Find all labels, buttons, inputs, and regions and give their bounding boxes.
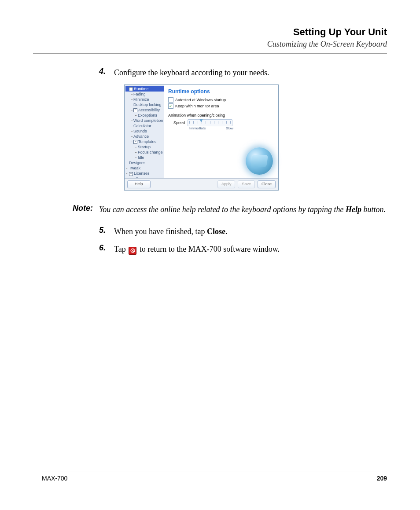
tree-item-exceptions[interactable]: Exceptions xyxy=(125,113,164,118)
tree-collapse-icon[interactable]: − xyxy=(129,87,133,91)
settings-dialog: −Runtime Fading Minimize Desktop locking… xyxy=(124,84,279,191)
tree-item-licenses[interactable]: −Licenses xyxy=(125,171,164,176)
slider-max-label: Slow xyxy=(226,126,233,130)
checkbox-icon[interactable]: ✓ xyxy=(168,103,173,109)
slider-min-label: Immediate xyxy=(189,126,206,130)
figure-container: −Runtime Fading Minimize Desktop locking… xyxy=(124,84,387,191)
step-4: 4. Configure the keyboard according to y… xyxy=(99,67,387,78)
tree-item-minimize[interactable]: Minimize xyxy=(125,97,164,102)
checkbox-label: Keep within monitor area xyxy=(175,104,219,108)
tree-item-accessibility[interactable]: −Accessibility xyxy=(125,107,164,113)
section-title: Customizing the On-Screen Keyboard xyxy=(33,40,387,49)
note-block: Note: You can access the online help rel… xyxy=(73,204,387,215)
tree-collapse-icon[interactable]: − xyxy=(129,172,133,176)
settings-panel: Runtime options Autostart at Windows sta… xyxy=(164,85,278,178)
dialog-footer: Help Apply Save Close xyxy=(125,178,278,190)
panel-title: Runtime options xyxy=(168,88,274,95)
tree-item-calculator[interactable]: Calculator xyxy=(125,123,164,128)
tree-item-designer[interactable]: Designer xyxy=(125,160,164,165)
page-footer: MAX-700 209 xyxy=(42,472,387,482)
settings-tree[interactable]: −Runtime Fading Minimize Desktop locking… xyxy=(125,85,164,178)
tree-collapse-icon[interactable]: − xyxy=(133,108,137,112)
chapter-title: Setting Up Your Unit xyxy=(33,26,387,38)
slider-ticks xyxy=(189,121,231,125)
tree-item-advance[interactable]: Advance xyxy=(125,134,164,139)
step-5: 5. When you have finished, tap Close. xyxy=(99,226,387,237)
tree-item-fading[interactable]: Fading xyxy=(125,92,164,97)
step-number: 6. xyxy=(99,243,114,255)
tree-item-tweak[interactable]: Tweak xyxy=(125,165,164,171)
dialog-body: −Runtime Fading Minimize Desktop locking… xyxy=(125,85,278,178)
slider-end-labels: Immediate Slow xyxy=(189,126,233,130)
tree-collapse-icon[interactable]: − xyxy=(133,140,137,144)
step-text: Configure the keyboard according to your… xyxy=(114,67,269,78)
speed-slider-row: Speed xyxy=(173,119,274,126)
close-window-icon xyxy=(129,247,136,255)
document-page: Setting Up Your Unit Customizing the On-… xyxy=(0,0,420,510)
step-6: 6. Tap to return to the MAX-700 software… xyxy=(99,243,387,255)
keyboard-orb-icon xyxy=(246,147,273,175)
note-text: You can access the online help related t… xyxy=(99,204,386,215)
tree-item-word-completion[interactable]: Word completion xyxy=(125,118,164,123)
page-header: Setting Up Your Unit Customizing the On-… xyxy=(33,26,387,49)
step-number: 4. xyxy=(99,67,114,78)
slider-thumb-icon[interactable] xyxy=(199,119,203,122)
checkbox-keep-within[interactable]: ✓ Keep within monitor area xyxy=(168,103,274,109)
checkbox-autostart[interactable]: Autostart at Windows startup xyxy=(168,97,274,103)
tree-item-sounds[interactable]: Sounds xyxy=(125,128,164,134)
help-button[interactable]: Help xyxy=(127,180,151,188)
step-text: When you have finished, tap Close. xyxy=(114,226,227,237)
checkbox-icon[interactable] xyxy=(168,97,173,103)
note-label: Note: xyxy=(73,204,99,215)
close-button[interactable]: Close xyxy=(258,180,276,188)
tree-item-startup[interactable]: Startup xyxy=(125,144,164,150)
tree-item-desktop-locking[interactable]: Desktop locking xyxy=(125,102,164,107)
checkbox-label: Autostart at Windows startup xyxy=(175,98,226,102)
tree-item-focus-change[interactable]: Focus change xyxy=(125,150,164,155)
step-text: Tap to return to the MAX-700 software wi… xyxy=(114,243,280,255)
speed-label: Speed xyxy=(173,121,185,125)
footer-product: MAX-700 xyxy=(42,475,67,482)
save-button[interactable]: Save xyxy=(238,180,255,188)
step-number: 5. xyxy=(99,226,114,237)
tree-item-clients[interactable]: Clients xyxy=(125,176,164,179)
tree-item-idle[interactable]: Idle xyxy=(125,155,164,160)
speed-slider[interactable] xyxy=(188,119,232,126)
apply-button[interactable]: Apply xyxy=(217,180,236,188)
animation-label: Animation when opening/closing xyxy=(168,113,274,117)
tree-item-runtime[interactable]: −Runtime xyxy=(125,86,164,92)
header-rule xyxy=(33,53,387,54)
footer-page-number: 209 xyxy=(377,475,387,482)
tree-item-templates[interactable]: −Templates xyxy=(125,139,164,144)
